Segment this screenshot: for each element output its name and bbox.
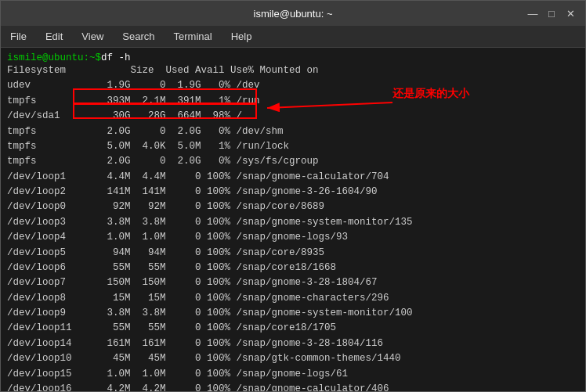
df-row-13: /dev/loop7 150M 150M 0 100% /snap/gnome-…: [7, 275, 579, 290]
df-row-6: /dev/loop1 4.4M 4.4M 0 100% /snap/gnome-…: [7, 170, 579, 185]
df-header: Filesystem Size Used Avail Use% Mounted …: [7, 63, 579, 78]
menu-search[interactable]: Search: [119, 29, 157, 44]
df-row-20: /dev/loop16 4.2M 4.2M 0 100% /snap/gnome…: [7, 382, 579, 391]
terminal-content[interactable]: ismile@ubuntu:~$ df -h Filesystem Size U…: [1, 48, 585, 391]
df-row-2: /dev/sda1 30G 28G 664M 98% /: [7, 109, 579, 124]
menu-edit[interactable]: Edit: [42, 29, 66, 44]
df-row-1: tmpfs 393M 2.1M 391M 1% /run: [7, 94, 579, 109]
terminal-window: ismile@ubuntu: ~ — □ ✕ File Edit View Se…: [0, 0, 586, 392]
df-row-18: /dev/loop10 45M 45M 0 100% /snap/gtk-com…: [7, 351, 579, 366]
minimize-button[interactable]: —: [526, 6, 540, 20]
df-row-3: tmpfs 2.0G 0 2.0G 0% /dev/shm: [7, 124, 579, 139]
maximize-button[interactable]: □: [544, 6, 559, 20]
df-row-9: /dev/loop3 3.8M 3.8M 0 100% /snap/gnome-…: [7, 215, 579, 230]
df-row-19: /dev/loop15 1.0M 1.0M 0 100% /snap/gnome…: [7, 367, 579, 382]
menubar: File Edit View Search Terminal Help: [1, 26, 585, 48]
df-row-11: /dev/loop5 94M 94M 0 100% /snap/core/893…: [7, 246, 579, 261]
command-line: ismile@ubuntu:~$ df -h: [7, 52, 579, 63]
titlebar: ismile@ubuntu: ~ — □ ✕: [1, 1, 585, 26]
window-title: ismile@ubuntu: ~: [254, 8, 333, 20]
df-row-17: /dev/loop14 161M 161M 0 100% /snap/gnome…: [7, 336, 579, 351]
df-row-4: tmpfs 5.0M 4.0K 5.0M 1% /run/lock: [7, 139, 579, 154]
close-button[interactable]: ✕: [563, 6, 577, 20]
annotation-label: 还是原来的大小: [392, 87, 469, 101]
df-row-14: /dev/loop8 15M 15M 0 100% /snap/gnome-ch…: [7, 291, 579, 306]
df-row-15: /dev/loop9 3.8M 3.8M 0 100% /snap/gnome-…: [7, 306, 579, 321]
df-row-0: udev 1.9G 0 1.9G 0% /dev: [7, 78, 579, 93]
menu-help[interactable]: Help: [228, 29, 255, 44]
window-controls: — □ ✕: [526, 6, 577, 20]
prompt: ismile@ubuntu:~$: [7, 52, 101, 63]
menu-file[interactable]: File: [7, 29, 30, 44]
df-row-16: /dev/loop11 55M 55M 0 100% /snap/core18/…: [7, 321, 579, 336]
df-row-7: /dev/loop2 141M 141M 0 100% /snap/gnome-…: [7, 185, 579, 200]
df-row-5: tmpfs 2.0G 0 2.0G 0% /sys/fs/cgroup: [7, 154, 579, 169]
df-row-8: /dev/loop0 92M 92M 0 100% /snap/core/868…: [7, 200, 579, 214]
df-row-10: /dev/loop4 1.0M 1.0M 0 100% /snap/gnome-…: [7, 230, 579, 245]
df-row-12: /dev/loop6 55M 55M 0 100% /snap/core18/1…: [7, 261, 579, 275]
menu-view[interactable]: View: [78, 29, 107, 44]
command-text: df -h: [101, 52, 131, 63]
menu-terminal[interactable]: Terminal: [171, 29, 215, 44]
